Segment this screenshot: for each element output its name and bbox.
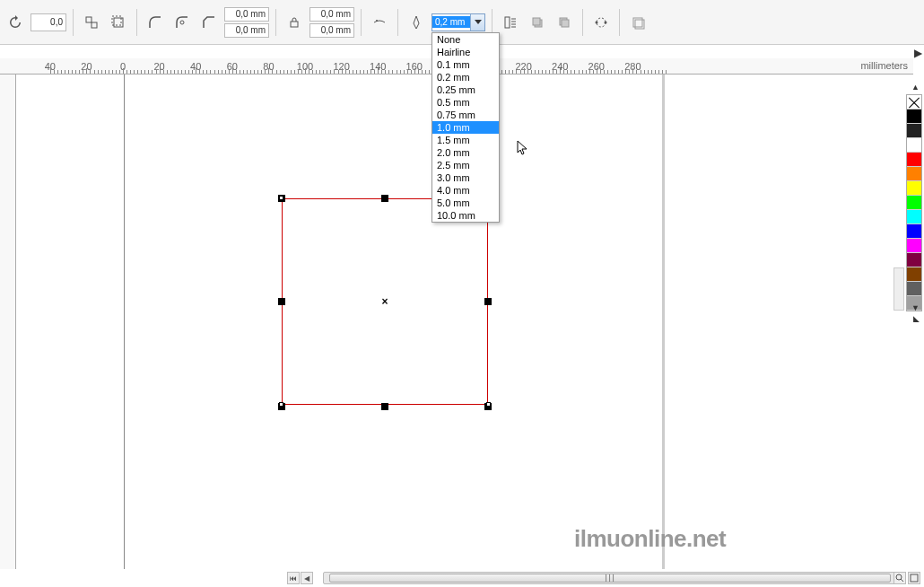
- svg-rect-1: [92, 22, 97, 28]
- outline-option[interactable]: 1.0 mm: [432, 121, 499, 134]
- outline-option[interactable]: 0.25 mm: [432, 83, 499, 96]
- outline-width-field[interactable]: 0,2 mm: [431, 13, 485, 31]
- color-status-icon[interactable]: [908, 572, 920, 584]
- svg-point-13: [596, 21, 598, 23]
- outline-option[interactable]: 0.75 mm: [432, 109, 499, 121]
- svg-point-6: [376, 20, 378, 22]
- page-right-shadow: [662, 74, 665, 569]
- page-left-edge: [124, 74, 125, 569]
- toolbar-separator: [275, 9, 276, 36]
- handle-mr[interactable]: [484, 298, 492, 305]
- color-palette: [906, 94, 922, 311]
- outline-option[interactable]: 10.0 mm: [432, 209, 499, 222]
- convert-curves-icon[interactable]: [589, 11, 613, 34]
- color-swatch[interactable]: [907, 124, 921, 138]
- node-bl[interactable]: [279, 402, 283, 407]
- palette-scroll-up[interactable]: ▲: [911, 83, 920, 92]
- color-swatch[interactable]: [907, 267, 921, 282]
- rotation-input[interactable]: [31, 13, 66, 31]
- handle-ml[interactable]: [278, 298, 285, 305]
- toolbar-overflow-arrow[interactable]: ▶: [914, 47, 922, 59]
- outline-option[interactable]: 5.0 mm: [432, 197, 499, 209]
- toolbar-separator: [136, 9, 137, 36]
- property-toolbar: 0,2 mm NoneHairline0.1 mm0.2 mm0.25 mm0.…: [0, 0, 924, 45]
- corner-tr-input[interactable]: [309, 7, 354, 22]
- corner-bl-input[interactable]: [224, 23, 269, 38]
- relative-corner-icon[interactable]: [368, 11, 391, 34]
- object-center-mark: ×: [380, 297, 389, 306]
- outline-option[interactable]: 0.2 mm: [432, 71, 499, 83]
- wrap-text-icon[interactable]: [499, 11, 522, 34]
- color-swatch[interactable]: [907, 110, 921, 124]
- outline-width-list: NoneHairline0.1 mm0.2 mm0.25 mm0.5 mm0.7…: [431, 32, 500, 223]
- corner-values-right: [309, 7, 354, 38]
- to-back-icon[interactable]: [553, 11, 576, 34]
- handle-bm[interactable]: [381, 403, 388, 410]
- outline-width-dropdown[interactable]: 0,2 mm NoneHairline0.1 mm0.2 mm0.25 mm0.…: [431, 13, 485, 31]
- pen-icon[interactable]: [405, 11, 428, 34]
- outline-option[interactable]: 0.5 mm: [432, 96, 499, 109]
- svg-rect-0: [86, 17, 92, 22]
- toolbar-separator: [361, 9, 362, 36]
- svg-rect-9: [533, 18, 540, 25]
- bottom-right-controls: [893, 572, 920, 584]
- outline-width-value: 0,2 mm: [432, 16, 470, 28]
- horizontal-scrollbar[interactable]: III: [323, 572, 897, 584]
- outline-option[interactable]: 0.1 mm: [432, 58, 499, 71]
- corner-br-input[interactable]: [309, 23, 354, 38]
- outline-option[interactable]: None: [432, 33, 499, 46]
- page-first-button[interactable]: ⏮: [287, 572, 300, 584]
- lock-icon[interactable]: [283, 11, 306, 34]
- color-swatch[interactable]: [907, 181, 921, 196]
- zoom-tool-icon[interactable]: [893, 572, 906, 584]
- to-front-icon[interactable]: [526, 11, 549, 34]
- color-swatch[interactable]: [907, 253, 921, 267]
- node-tl[interactable]: [279, 196, 283, 200]
- toolbar-separator: [397, 9, 398, 36]
- color-swatch[interactable]: [907, 196, 921, 210]
- page-prev-button[interactable]: ◀: [301, 572, 313, 584]
- svg-rect-11: [562, 20, 569, 27]
- color-swatch[interactable]: [907, 224, 921, 239]
- color-swatch[interactable]: [907, 239, 921, 253]
- color-swatch[interactable]: [907, 210, 921, 224]
- dropdown-arrow-icon[interactable]: [470, 14, 484, 31]
- outline-option[interactable]: 3.0 mm: [432, 171, 499, 184]
- page-nav-buttons: ⏮ ◀: [287, 572, 314, 584]
- scrollbar-thumb[interactable]: III: [329, 574, 891, 583]
- color-swatch[interactable]: [907, 167, 921, 181]
- toolbar-separator: [582, 9, 583, 36]
- corner-scallop-icon[interactable]: [170, 11, 194, 34]
- palette-scroll-down[interactable]: ▼: [911, 303, 920, 312]
- outline-option[interactable]: Hairline: [432, 46, 499, 58]
- handle-tm[interactable]: [381, 195, 388, 202]
- ruler-vertical: [0, 74, 16, 569]
- color-swatch[interactable]: [907, 282, 921, 296]
- color-swatch[interactable]: [907, 153, 921, 167]
- no-fill-swatch[interactable]: [907, 95, 921, 110]
- toolbar-separator: [619, 9, 620, 36]
- node-br[interactable]: [486, 402, 491, 407]
- watermark-text: ilmuonline.net: [574, 525, 726, 553]
- ungroup-button[interactable]: [80, 11, 103, 34]
- rotation-icon[interactable]: [4, 11, 27, 34]
- outline-option[interactable]: 1.5 mm: [432, 134, 499, 146]
- corner-chamfer-icon[interactable]: [197, 11, 221, 34]
- svg-rect-7: [505, 17, 510, 28]
- svg-rect-5: [291, 22, 298, 27]
- corner-tl-input[interactable]: [224, 7, 269, 22]
- corner-values-left: [224, 7, 269, 38]
- palette-expand-icon[interactable]: ◣: [913, 314, 920, 323]
- svg-line-18: [901, 579, 903, 582]
- svg-rect-19: [911, 574, 918, 582]
- outline-option[interactable]: 2.0 mm: [432, 146, 499, 159]
- svg-point-4: [180, 21, 184, 24]
- outline-option[interactable]: 4.0 mm: [432, 184, 499, 197]
- outline-option[interactable]: 2.5 mm: [432, 159, 499, 171]
- palette-scrollbar[interactable]: [893, 267, 904, 311]
- symbol-icon[interactable]: [626, 11, 649, 34]
- svg-point-14: [605, 21, 607, 23]
- corner-round-icon[interactable]: [144, 11, 167, 34]
- color-swatch[interactable]: [907, 138, 921, 153]
- group-button[interactable]: [107, 11, 130, 34]
